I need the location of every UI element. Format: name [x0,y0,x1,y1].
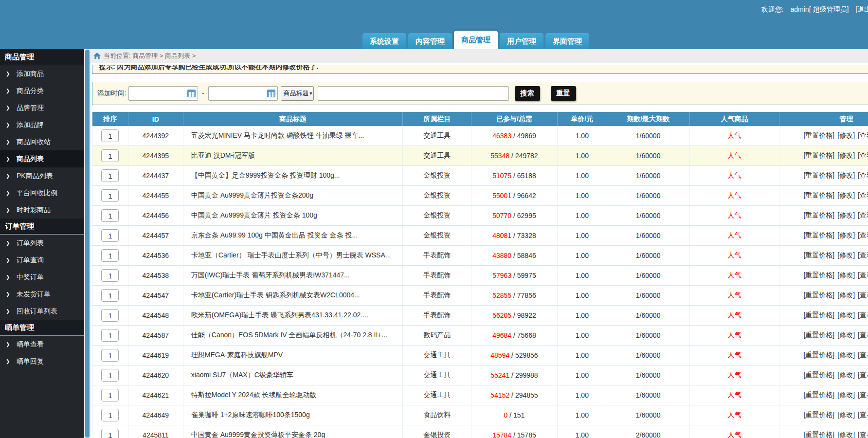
reset-button[interactable]: 重置 [551,86,576,101]
manage-link-view-history[interactable]: [查看往期] [858,131,868,140]
sort-input[interactable] [101,229,119,242]
sort-input[interactable] [101,269,119,282]
manage-link-view-history[interactable]: [查看往期] [858,211,868,220]
manage-link-edit[interactable]: [修改] [837,251,855,260]
manage-link-view-history[interactable]: [查看往期] [858,391,868,400]
tab-系统设置[interactable]: 系统设置 [362,33,406,49]
search-panel: 添加时间: - 商品标题 ▼ 搜索 重置 [92,82,868,105]
manage-link-view-history[interactable]: [查看往期] [858,431,868,438]
sidebar-item-添加品牌[interactable]: ❯ 添加品牌 [0,116,84,133]
sort-input[interactable] [101,309,119,322]
manage-link-reset-price[interactable]: [重置价格] [803,311,834,320]
sidebar-item-商品列表[interactable]: ❯ 商品列表 [0,150,84,167]
manage-link-reset-price[interactable]: [重置价格] [803,431,834,438]
calendar-icon[interactable] [187,90,196,97]
manage-link-reset-price[interactable]: [重置价格] [803,331,834,340]
sort-input[interactable] [101,409,119,421]
sort-input[interactable] [101,129,119,142]
manage-link-view-history[interactable]: [查看往期] [858,411,868,420]
sort-input[interactable] [101,149,119,162]
sidebar-item-平台回收比例[interactable]: ❯ 平台回收比例 [0,184,84,201]
search-field-select[interactable]: 商品标题 ▼ [281,86,314,101]
manage-link-reset-price[interactable]: [重置价格] [803,271,834,280]
sort-input[interactable] [101,429,119,438]
manage-link-view-history[interactable]: [查看往期] [858,171,868,180]
manage-link-edit[interactable]: [修改] [837,211,855,220]
manage-link-reset-price[interactable]: [重置价格] [803,391,834,400]
manage-link-edit[interactable]: [修改] [837,431,855,438]
manage-link-view-history[interactable]: [查看往期] [858,331,868,340]
sidebar-item-回收订单列表[interactable]: ❯ 回收订单列表 [0,303,84,320]
sort-input[interactable] [101,209,119,222]
manage-link-edit[interactable]: [修改] [837,311,855,320]
sort-input[interactable] [101,369,119,382]
manage-link-view-history[interactable]: [查看往期] [858,271,868,280]
manage-link-reset-price[interactable]: [重置价格] [803,231,834,240]
manage-link-reset-price[interactable]: [重置价格] [803,251,834,260]
manage-link-view-history[interactable]: [查看往期] [858,191,868,200]
manage-link-view-history[interactable]: [查看往期] [858,151,868,160]
sort-input[interactable] [101,329,119,342]
manage-link-view-history[interactable]: [查看往期] [858,251,868,260]
vertical-scrollbar-thumb[interactable] [85,50,90,438]
manage-link-reset-price[interactable]: [重置价格] [803,191,834,200]
manage-link-edit[interactable]: [修改] [837,271,855,280]
chevron-down-icon: ▼ [309,91,313,96]
sidebar-item-PK商品列表[interactable]: ❯ PK商品列表 [0,167,84,184]
manage-link-view-history[interactable]: [查看往期] [858,291,868,300]
sort-input[interactable] [101,249,119,262]
sort-input[interactable] [101,289,119,302]
manage-link-view-history[interactable]: [查看往期] [858,311,868,320]
search-button[interactable]: 搜索 [515,86,540,101]
sidebar-item-添加商品[interactable]: ❯ 添加商品 [0,65,84,82]
sidebar-item-晒单查看[interactable]: ❯ 晒单查看 [0,336,84,353]
manage-link-edit[interactable]: [修改] [837,151,855,160]
manage-link-edit[interactable]: [修改] [837,411,855,420]
manage-link-edit[interactable]: [修改] [837,171,855,180]
tab-界面管理[interactable]: 界面管理 [545,33,589,49]
sort-input[interactable] [101,349,119,362]
sidebar-item-晒单回复[interactable]: ❯ 晒单回复 [0,353,84,370]
sidebar-item-订单列表[interactable]: ❯ 订单列表 [0,235,84,252]
manage-link-view-history[interactable]: [查看往期] [858,371,868,380]
calendar-icon[interactable] [267,90,275,97]
keyword-input[interactable] [318,86,509,101]
sidebar-item-品牌管理[interactable]: ❯ 品牌管理 [0,99,84,116]
tab-用户管理[interactable]: 用户管理 [500,33,543,49]
manage-link-reset-price[interactable]: [重置价格] [803,291,834,300]
sidebar-item-未发货订单[interactable]: ❯ 未发货订单 [0,286,84,303]
manage-link-reset-price[interactable]: [重置价格] [803,151,834,160]
sidebar-item-中奖订单[interactable]: ❯ 中奖订单 [0,269,84,286]
manage-link-reset-price[interactable]: [重置价格] [803,411,834,420]
sidebar-item-时时彩商品[interactable]: ❯ 时时彩商品 [0,201,84,219]
sidebar-item-订单查询[interactable]: ❯ 订单查询 [0,252,84,269]
sort-input[interactable] [101,389,119,402]
sidebar-item-商品回收站[interactable]: ❯ 商品回收站 [0,133,84,150]
manage-link-view-history[interactable]: [查看往期] [858,231,868,240]
logout-link[interactable]: [退出] [855,5,868,13]
manage-link-edit[interactable]: [修改] [837,391,855,400]
unit-price: 1.00 [558,186,607,205]
manage-link-edit[interactable]: [修改] [837,131,855,140]
tab-商品管理[interactable]: 商品管理 [454,31,498,49]
manage-link-reset-price[interactable]: [重置价格] [803,131,834,140]
table-row: 4244456 中国黄金 Au9999黄金薄片 投资金条 100g 金银投资 5… [92,206,868,226]
product-title: 【中国黄金】足金9999投资金条 投资理财 100g... [183,166,403,185]
tab-内容管理[interactable]: 内容管理 [408,33,452,49]
vertical-scrollbar-track[interactable] [84,49,90,438]
manage-link-edit[interactable]: [修改] [837,351,855,360]
manage-link-view-history[interactable]: [查看往期] [858,351,868,360]
sort-input[interactable] [101,189,119,202]
manage-link-reset-price[interactable]: [重置价格] [803,211,834,220]
sort-input[interactable] [101,169,119,182]
manage-link-reset-price[interactable]: [重置价格] [803,171,834,180]
manage-link-edit[interactable]: [修改] [837,191,855,200]
manage-link-edit[interactable]: [修改] [837,331,855,340]
manage-link-edit[interactable]: [修改] [837,231,855,240]
manage-link-reset-price[interactable]: [重置价格] [803,371,834,380]
sidebar-item-商品分类[interactable]: ❯ 商品分类 [0,82,84,99]
manage-link-edit[interactable]: [修改] [837,291,855,300]
manage-links: [重置价格][修改][查看往期] [779,286,868,305]
manage-link-reset-price[interactable]: [重置价格] [803,351,834,360]
manage-link-edit[interactable]: [修改] [837,371,855,380]
